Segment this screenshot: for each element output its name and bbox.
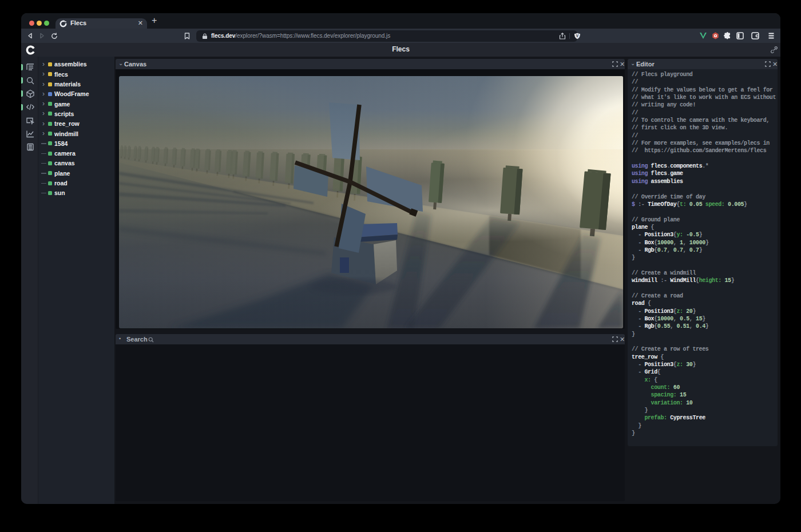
svg-text:V: V xyxy=(576,34,579,38)
